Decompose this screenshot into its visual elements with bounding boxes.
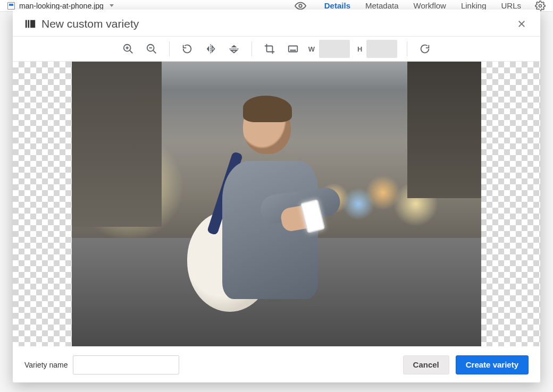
tab-metadata[interactable]: Metadata	[365, 1, 399, 10]
svg-line-11	[153, 50, 156, 53]
filename-area: man-looking-at-phone.jpg	[7, 2, 114, 10]
flip-vertical-icon[interactable]	[226, 41, 242, 57]
variety-name-label: Variety name	[24, 361, 68, 369]
tab-workflow[interactable]: Workflow	[414, 1, 446, 10]
editor-toolbar: W H	[13, 36, 540, 62]
filename-text: man-looking-at-phone.jpg	[19, 2, 104, 10]
image-file-icon	[7, 2, 15, 10]
filename-dropdown-caret-icon[interactable]	[110, 4, 114, 7]
svg-point-18	[295, 50, 295, 50]
zoom-out-icon[interactable]	[144, 41, 160, 57]
new-custom-variety-dialog: New custom variety	[13, 10, 540, 382]
tab-details[interactable]: Details	[324, 1, 350, 10]
svg-rect-2	[26, 20, 27, 28]
rotate-icon[interactable]	[179, 41, 195, 57]
width-group: W	[308, 40, 350, 58]
crop-icon[interactable]	[262, 41, 278, 57]
width-label: W	[308, 45, 315, 53]
dialog-header: New custom variety	[13, 10, 540, 36]
close-dialog-button[interactable]	[515, 17, 529, 31]
svg-point-17	[292, 50, 293, 50]
flip-horizontal-icon[interactable]	[203, 41, 219, 57]
svg-point-1	[539, 4, 542, 7]
dialog-footer: Variety name Cancel Create variety	[13, 346, 540, 382]
zoom-in-icon[interactable]	[120, 41, 136, 57]
svg-line-7	[130, 50, 132, 53]
cancel-button[interactable]: Cancel	[403, 355, 449, 374]
dialog-title: New custom variety	[41, 18, 139, 30]
detail-tabs: Details Metadata Workflow Linking URLs	[324, 1, 521, 10]
svg-point-0	[299, 4, 302, 7]
tab-linking[interactable]: Linking	[461, 1, 487, 10]
variety-name-input[interactable]	[73, 355, 179, 374]
width-input[interactable]	[319, 40, 350, 58]
height-group: H	[357, 40, 397, 58]
create-variety-button[interactable]: Create variety	[456, 355, 529, 374]
svg-rect-3	[28, 20, 29, 28]
image-preview	[72, 62, 481, 346]
svg-point-16	[290, 50, 291, 50]
image-canvas[interactable]	[13, 62, 540, 346]
tab-urls[interactable]: URLs	[501, 1, 521, 10]
image-variety-icon	[24, 18, 36, 30]
height-input[interactable]	[366, 40, 397, 58]
height-label: H	[357, 45, 362, 53]
reset-icon[interactable]	[417, 41, 433, 57]
aspect-ratio-icon[interactable]	[285, 41, 301, 57]
